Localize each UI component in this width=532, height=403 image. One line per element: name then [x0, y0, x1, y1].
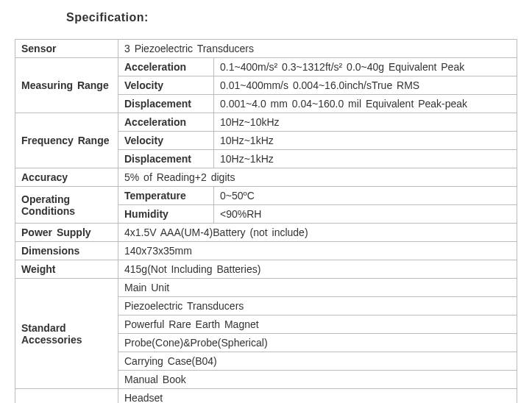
specification-table: Sensor 3 Piezoelectric Transducers Measu…: [15, 39, 517, 403]
accuracy-value: 5% of Reading+2 digits: [118, 168, 517, 187]
mr-accel-value: 0.1~400m/s² 0.3~1312ft/s² 0.0~40g Equiva…: [214, 58, 517, 76]
measuring-range-label: Measuring Range: [15, 58, 118, 113]
mr-disp-label: Displacement: [118, 95, 214, 113]
spec-title: Specification:: [66, 11, 517, 24]
fr-disp-label: Displacement: [118, 150, 214, 168]
mr-accel-label: Acceleration: [118, 58, 214, 76]
op-hum-label: Humidity: [118, 205, 214, 224]
operating-label: Operating Conditions: [15, 187, 118, 224]
std-acc-5: Carrying Case(B04): [118, 352, 517, 371]
op-temp-label: Temperature: [118, 187, 214, 205]
op-temp-value: 0~50ºC: [214, 187, 517, 205]
mr-disp-value: 0.001~4.0 mm 0.04~160.0 mil Equivalent P…: [214, 95, 517, 113]
std-acc-3: Powerful Rare Earth Magnet: [118, 315, 517, 334]
sensor-label: Sensor: [15, 40, 118, 58]
fr-vel-label: Velocity: [118, 132, 214, 150]
mr-vel-label: Velocity: [118, 76, 214, 95]
opt-acc-1: Headset: [118, 389, 517, 404]
fr-vel-value: 10Hz~1kHz: [214, 132, 517, 150]
weight-label: Weight: [15, 260, 118, 279]
op-hum-value: <90%RH: [214, 205, 517, 224]
power-value: 4x1.5V AAA(UM-4)Battery (not include): [118, 224, 517, 242]
fr-accel-label: Acceleration: [118, 113, 214, 132]
opt-acc-label: Optional Accessories: [15, 389, 118, 404]
freq-range-label: Frequency Range: [15, 113, 118, 168]
mr-vel-value: 0.01~400mm/s 0.004~16.0inch/sTrue RMS: [214, 76, 517, 95]
std-acc-4: Probe(Cone)&Probe(Spherical): [118, 334, 517, 352]
power-label: Power Supply: [15, 224, 118, 242]
fr-disp-value: 10Hz~1kHz: [214, 150, 517, 168]
accuracy-label: Accuracy: [15, 168, 118, 187]
dimensions-label: Dimensions: [15, 242, 118, 260]
weight-value: 415g(Not Including Batteries): [118, 260, 517, 279]
dimensions-value: 140x73x35mm: [118, 242, 517, 260]
std-acc-label: Standard Accessories: [15, 279, 118, 389]
std-acc-1: Main Unit: [118, 279, 517, 297]
sensor-value: 3 Piezoelectric Transducers: [118, 40, 517, 58]
std-acc-2: Piezoelectric Transducers: [118, 297, 517, 315]
fr-accel-value: 10Hz~10kHz: [214, 113, 517, 132]
std-acc-6: Manual Book: [118, 371, 517, 389]
